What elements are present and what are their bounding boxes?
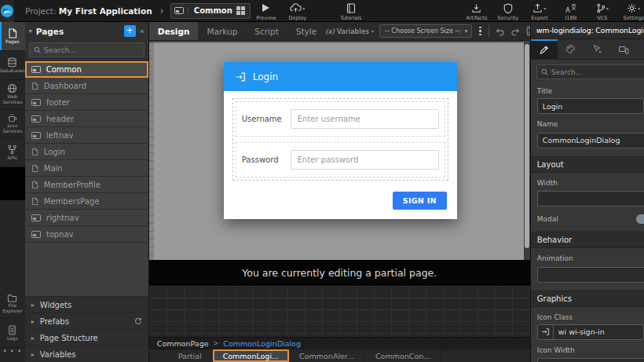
security-button[interactable]: Security <box>496 3 520 21</box>
password-label: Password <box>242 155 291 164</box>
search-icon <box>541 68 548 75</box>
tab-partial[interactable]: Partial <box>168 349 213 362</box>
select-caret-icon: ▾ <box>460 28 471 35</box>
page-selector-dropdown[interactable]: Common <box>170 3 251 19</box>
page-item-login[interactable]: Login <box>25 144 148 160</box>
tab-markup[interactable]: Markup <box>198 22 246 40</box>
rail-item-apis[interactable]: APIs <box>0 138 25 167</box>
preview-button[interactable]: Preview <box>254 3 278 21</box>
undo-button[interactable] <box>495 27 505 36</box>
deploy-button[interactable]: ▾ Deploy <box>286 3 309 21</box>
rail-item-java-services[interactable]: Java Services <box>0 109 25 138</box>
more-options-kebab-icon[interactable] <box>478 27 483 36</box>
page-item-memberspage[interactable]: MembersPage <box>25 193 148 210</box>
dialog-header[interactable]: Login <box>224 62 457 91</box>
pages-search[interactable] <box>29 42 145 57</box>
rail-item-pages[interactable]: Pages <box>0 22 25 51</box>
section-widgets[interactable]: ▸ Widgets <box>25 296 148 313</box>
page-item-common[interactable]: Common <box>25 61 148 78</box>
tab-commonlogindialog[interactable]: CommonLogi... <box>213 349 289 362</box>
tab-events[interactable] <box>584 39 610 59</box>
screen-size-select[interactable]: -- Choose Screen Size -- ▾ <box>379 24 472 38</box>
design-canvas[interactable]: Login Username Password <box>149 41 530 260</box>
animation-select[interactable]: ▾ <box>537 265 644 283</box>
icon-width-input[interactable] <box>537 358 644 362</box>
tab-script[interactable]: Script <box>246 22 287 40</box>
pages-list: Common Dashboard footer header leftnav <box>25 61 148 296</box>
svg-text:A: A <box>565 5 570 13</box>
rail-item-file-explorer[interactable]: File Explorer <box>0 290 25 319</box>
redo-button[interactable] <box>510 27 521 36</box>
settings-button[interactable]: ▾ Settings <box>622 3 644 21</box>
chevron-right-icon: ▸ <box>31 351 35 358</box>
username-field-row[interactable]: Username <box>236 101 445 137</box>
section-variables[interactable]: ▸ Variables <box>25 346 148 362</box>
tutorials-button[interactable]: Tutorials <box>339 3 363 21</box>
canvas-ruler <box>149 42 154 260</box>
page-item-memberprofile[interactable]: MemberProfile <box>25 177 148 193</box>
refresh-icon[interactable] <box>134 317 142 325</box>
sign-in-button[interactable]: SIGN IN <box>393 192 447 210</box>
project-chevron-icon: › <box>160 5 164 16</box>
rail-spacer <box>0 200 25 290</box>
tab-style[interactable]: Style <box>287 22 325 40</box>
page-item-leftnav[interactable]: leftnav <box>25 127 148 144</box>
tab-commonalertdialog[interactable]: CommonAler... <box>289 349 365 362</box>
page-item-topnav[interactable]: topnav <box>25 226 148 243</box>
canvas-scrollbar[interactable] <box>524 42 530 260</box>
icon-class-value[interactable]: wi wi-sign-in <box>554 327 643 336</box>
breadcrumb-commonpage[interactable]: CommonPage <box>157 339 209 348</box>
rail-item-databases[interactable]: Databases <box>0 51 25 80</box>
page-item-rightnav[interactable]: rightnav <box>25 210 148 226</box>
dialog-body: Username Password <box>224 91 457 185</box>
variables-button[interactable]: (x) Variables ▾ <box>325 27 374 35</box>
section-behavior[interactable]: Behavior <box>531 232 644 248</box>
page-item-footer[interactable]: footer <box>25 94 148 111</box>
width-input[interactable] <box>537 191 644 207</box>
vcs-button[interactable]: ▾ VCS <box>591 3 614 21</box>
inspector-search[interactable] <box>536 64 644 79</box>
name-input[interactable] <box>537 133 644 148</box>
page-item-header[interactable]: header <box>25 111 148 127</box>
tab-properties[interactable] <box>531 39 558 59</box>
rail-overflow-menu[interactable]: • • • <box>0 348 25 362</box>
pages-caret-icon[interactable]: ▾ <box>29 27 32 35</box>
export-button[interactable]: ▾ Export <box>528 3 551 21</box>
tab-styles[interactable] <box>558 39 584 59</box>
tab-design[interactable]: Design <box>149 22 199 40</box>
page-item-dashboard[interactable]: Dashboard <box>25 78 148 94</box>
artifacts-button[interactable]: Artifacts <box>465 3 488 21</box>
tab-security[interactable] <box>637 39 644 59</box>
wavemaker-studio: Project: My First Application › Common P… <box>0 0 644 362</box>
partial-icon <box>171 7 188 14</box>
app-logo[interactable] <box>0 0 14 22</box>
password-field-row[interactable]: Password <box>236 142 445 177</box>
i18n-button[interactable]: A I18N <box>559 3 583 21</box>
rail-item-logs[interactable]: Logs <box>0 319 25 348</box>
toolbar-right-controls: (x) Variables ▾ -- Choose Screen Size --… <box>325 22 553 40</box>
add-page-button[interactable]: + <box>124 25 136 37</box>
section-prefabs[interactable]: ▸ Prefabs <box>25 313 148 329</box>
inspector-search-input[interactable] <box>551 68 644 76</box>
tab-commonconfirmdialog[interactable]: CommonCon... <box>365 349 441 362</box>
breadcrumb-commonlogindialog[interactable]: CommonLoginDialog <box>223 339 301 348</box>
scrollbar-thumb[interactable] <box>525 44 529 248</box>
username-input[interactable] <box>291 109 439 129</box>
modal-toggle[interactable] <box>636 214 644 224</box>
title-input[interactable] <box>537 98 644 114</box>
tab-devices[interactable] <box>610 39 637 59</box>
icon-class-group[interactable]: wi wi-sign-in <box>537 324 644 340</box>
form-widget-outline[interactable]: Username Password <box>232 98 448 181</box>
page-item-main[interactable]: Main <box>25 160 148 177</box>
login-dialog-widget[interactable]: Login Username Password <box>224 62 457 219</box>
section-page-structure[interactable]: ▸ Page Structure <box>25 329 148 346</box>
animation-input[interactable] <box>537 267 644 283</box>
grid-icon[interactable] <box>232 6 250 15</box>
toolbar-separator <box>488 25 489 38</box>
collapse-panel-icon[interactable]: « <box>140 27 145 35</box>
password-input[interactable] <box>291 150 439 170</box>
section-layout[interactable]: Layout <box>531 156 644 173</box>
rail-item-web-services[interactable]: Web Services <box>0 80 25 109</box>
section-graphics[interactable]: Graphics <box>531 291 644 307</box>
pages-search-input[interactable] <box>44 46 140 54</box>
